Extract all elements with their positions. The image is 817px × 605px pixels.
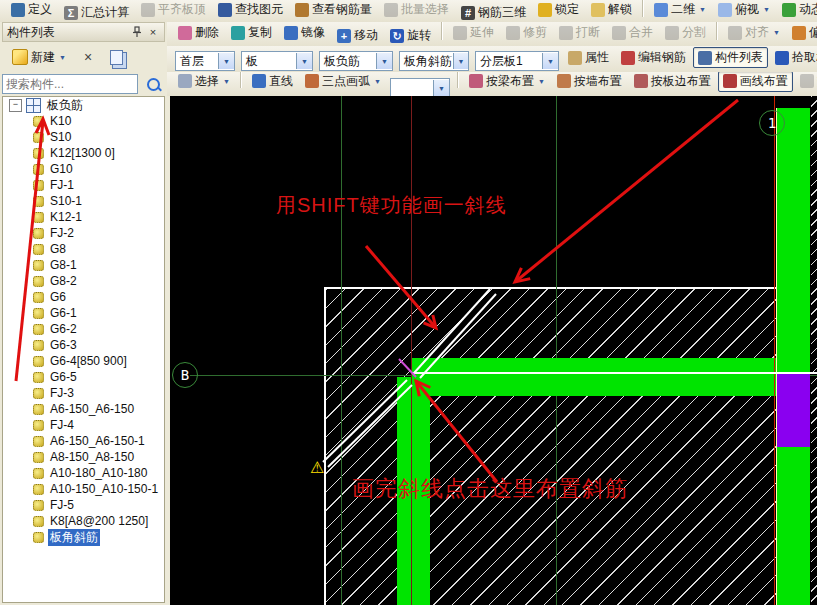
chevron-down-icon[interactable]: ▼ [433, 80, 449, 96]
chevron-down-icon[interactable]: ▼ [296, 53, 312, 69]
tree-item[interactable]: G8 [3, 241, 164, 257]
lock-button[interactable]: 锁定 [533, 0, 584, 20]
place-by-wall-button[interactable]: 按墙布置 [552, 72, 627, 92]
tree-item[interactable]: FJ-3 [3, 385, 164, 401]
line-button[interactable]: 直线 [247, 72, 298, 92]
view-top-combo[interactable]: 俯视▼ [713, 0, 775, 20]
subcategory-combo[interactable]: 板负筋▼ [319, 51, 393, 71]
tree-item[interactable]: G6-1 [3, 305, 164, 321]
tree-item[interactable]: S10 [3, 129, 164, 145]
line-icon [252, 74, 266, 88]
extend-icon [453, 26, 467, 40]
view-top-icon [718, 3, 732, 17]
dynamic-view-button[interactable]: 动态观 [777, 0, 817, 20]
chevron-down-icon[interactable]: ▼ [218, 53, 234, 69]
tree-item[interactable]: G6-5 [3, 369, 164, 385]
component-combo-value: 板角斜筋 [400, 53, 453, 70]
tree-item[interactable]: G8-1 [3, 257, 164, 273]
tree-item[interactable]: G8-2 [3, 273, 164, 289]
tree-item[interactable]: FJ-2 [3, 225, 164, 241]
tree-item[interactable]: G6-4[850 900] [3, 353, 164, 369]
copy-button[interactable]: 复制 [226, 22, 277, 43]
pin-icon[interactable] [130, 25, 144, 39]
rotate-button[interactable]: ↻旋转 [385, 25, 436, 46]
tree-item[interactable]: A10-150_A10-150-1 [3, 481, 164, 497]
tree-item[interactable]: G6 [3, 289, 164, 305]
subcategory-combo-value: 板负筋 [320, 53, 364, 70]
merge-icon [612, 26, 626, 40]
mirror-icon [284, 26, 298, 40]
find-element-button[interactable]: 查找图元 [213, 0, 288, 20]
layer-combo-value: 分层板1 [476, 53, 527, 70]
component-list-icon [698, 51, 712, 65]
floor-combo[interactable]: 首层▼ [175, 51, 235, 71]
component-list-button[interactable]: 构件列表 [693, 47, 768, 68]
search-button[interactable] [141, 73, 165, 95]
component-combo[interactable]: 板角斜筋▼ [399, 51, 469, 71]
summary-calc-button[interactable]: Σ汇总计算 [59, 2, 134, 23]
chevron-down-icon[interactable]: ▼ [376, 53, 392, 69]
tree-item[interactable]: K10 [3, 113, 164, 129]
tree-item-label: S10-1 [48, 194, 84, 208]
close-icon[interactable]: × [146, 25, 160, 39]
tree-item[interactable]: K12-1 [3, 209, 164, 225]
tree-item-label: G6-2 [48, 322, 79, 336]
extend-button-label: 延伸 [470, 24, 494, 41]
offset-button[interactable]: 偏移 [787, 22, 817, 43]
collapse-icon[interactable]: − [9, 99, 22, 112]
place-by-slab-edge-button[interactable]: 按板边布置 [629, 72, 716, 92]
place-by-beam-button[interactable]: 按梁布置▼ [464, 72, 550, 92]
select-button[interactable]: 选择▼ [173, 72, 235, 92]
search-input[interactable] [2, 74, 138, 94]
tree-item-label: G6-5 [48, 370, 79, 384]
unlock-button[interactable]: 解锁 [586, 0, 637, 20]
tree-item[interactable]: FJ-4 [3, 417, 164, 433]
place-by-slab-edge-button-label: 按板边布置 [651, 73, 711, 90]
tree-item[interactable]: A10-180_A10-180 [3, 465, 164, 481]
view-2d-combo-label: 二维 [671, 1, 695, 18]
draw-line-place-button[interactable]: 画线布置 [718, 72, 793, 92]
component-icon [33, 356, 44, 367]
view-rebar-qty-button[interactable]: 查看钢筋量 [290, 0, 377, 20]
tree-item[interactable]: FJ-1 [3, 177, 164, 193]
mirror-button[interactable]: 镜像 [279, 22, 330, 43]
delete-button[interactable]: 删除 [173, 22, 224, 43]
chevron-down-icon[interactable]: ▼ [542, 53, 558, 69]
properties-button[interactable]: 属性 [563, 47, 614, 68]
rebar-3d-button[interactable]: #钢筋三维 [456, 2, 531, 23]
chevron-down-icon[interactable]: ▼ [453, 53, 468, 69]
copy-component-button[interactable] [105, 48, 132, 67]
edit-rebar-button[interactable]: 编辑钢筋 [616, 47, 691, 68]
category-combo[interactable]: 板▼ [241, 51, 313, 71]
move-button[interactable]: +移动 [332, 25, 383, 46]
tree-item[interactable]: G10 [3, 161, 164, 177]
tree-item[interactable]: A8-150_A8-150 [3, 449, 164, 465]
swap-icon [800, 74, 814, 88]
tree-item[interactable]: A6-150_A6-150 [3, 401, 164, 417]
component-icon [33, 436, 44, 447]
arc3pt-button-label: 三点画弧 [322, 73, 370, 90]
right-wall [777, 108, 810, 605]
delete-component-button[interactable]: × [79, 47, 97, 67]
define-button[interactable]: 定义 [6, 0, 57, 20]
tree-item[interactable]: A6-150_A6-150-1 [3, 433, 164, 449]
draw-option-combo[interactable]: ▼ [390, 78, 450, 97]
pick-component-button[interactable]: 拾取构件 [770, 47, 817, 68]
tree-item[interactable]: S10-1 [3, 193, 164, 209]
view-2d-combo[interactable]: 二维▼ [649, 0, 711, 20]
tree-item[interactable]: G6-3 [3, 337, 164, 353]
tree-item[interactable]: FJ-5 [3, 497, 164, 513]
tree-item[interactable]: 板角斜筋 [3, 529, 164, 545]
arc3pt-button[interactable]: 三点画弧▼ [300, 72, 386, 92]
tree-item[interactable]: G6-2 [3, 321, 164, 337]
tree-item[interactable]: K8[A8@200 1250] [3, 513, 164, 529]
layer-combo[interactable]: 分层板1▼ [475, 51, 559, 71]
arc3pt-icon [305, 74, 319, 88]
tree-item[interactable]: K12[1300 0] [3, 145, 164, 161]
place-by-beam-icon [469, 74, 483, 88]
drawing-canvas[interactable]: B 1 ⚠ 用SHIFT键功能画一斜线 画完斜线点击这里布置斜筋 [170, 96, 817, 605]
component-icon [33, 468, 44, 479]
place-by-wall-icon [557, 74, 571, 88]
new-component-button[interactable]: 新建 ▼ [7, 47, 71, 68]
tree-root[interactable]: − 板负筋 [3, 97, 164, 113]
